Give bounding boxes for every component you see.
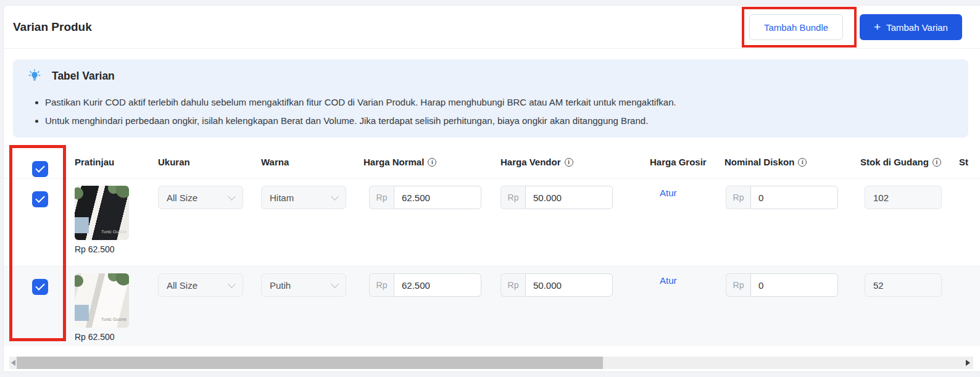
tambah-varian-button[interactable]: + Tambah Varian (860, 14, 962, 40)
ukuran-value: All Size (167, 193, 197, 203)
horizontal-scrollbar[interactable] (9, 357, 973, 369)
column-header-ukuran: Ukuran (158, 146, 190, 178)
tambah-varian-label: Tambah Varian (886, 22, 948, 33)
info-panel-title: Tabel Varian (52, 70, 115, 83)
info-panel: Tabel Varian Pastikan Kurir COD aktif te… (13, 59, 968, 138)
row-1-stok-gudang-value: 102 (865, 186, 942, 209)
row-2-nominal-diskon-input[interactable] (750, 273, 838, 297)
row-2-product-image: Tunic Gusine (75, 273, 129, 328)
info-bullet: Pastikan Kurir COD aktif terlebih dahulu… (45, 97, 676, 107)
card-header: Varian Produk Tambah Bundle + Tambah Var… (4, 6, 980, 49)
row-2-harga-vendor-input[interactable] (525, 273, 613, 297)
tambah-bundle-button[interactable]: Tambah Bundle (749, 14, 843, 40)
row-divider (4, 266, 980, 267)
column-header-harga-normal: Harga Normal i (363, 146, 436, 178)
row-2-nominal-diskon-group: Rp (726, 273, 838, 297)
image-watermark: Tunic Gusine (101, 317, 127, 321)
row-1-nominal-diskon-group: Rp (726, 186, 838, 209)
currency-prefix: Rp (500, 273, 525, 297)
page-title: Varian Produk (13, 6, 92, 48)
ukuran-value: All Size (167, 280, 197, 291)
row-1-harga-grosir-atur-link[interactable]: Atur (660, 188, 677, 198)
chevron-down-icon (331, 280, 339, 288)
column-header-nominal-diskon: Nominal Diskon i (725, 146, 807, 178)
row-2-harga-normal-group: Rp (369, 273, 481, 297)
column-header-stok-truncated: St (959, 146, 968, 178)
row-1-product-image: Tunic Gusine (75, 186, 129, 240)
scroll-left-arrow-icon[interactable] (11, 360, 15, 366)
tambah-bundle-label: Tambah Bundle (764, 22, 828, 33)
chevron-down-icon (228, 280, 236, 288)
currency-prefix: Rp (726, 186, 750, 209)
row-2-warna-select[interactable]: Putih (261, 273, 346, 297)
column-header-stok-di-gudang: Stok di Gudang i (860, 146, 941, 178)
column-header-pratinjau: Pratinjau (75, 146, 114, 178)
lightbulb-icon (28, 69, 41, 83)
currency-prefix: Rp (369, 186, 394, 209)
row-2-ukuran-select[interactable]: All Size (158, 273, 243, 297)
plus-icon: + (874, 21, 881, 33)
row-1-checkbox[interactable] (32, 191, 48, 207)
chevron-down-icon (228, 193, 236, 201)
row-1-warna-select[interactable]: Hitam (261, 186, 346, 209)
row-1-harga-vendor-input[interactable] (525, 186, 613, 209)
varian-produk-card: Varian Produk Tambah Bundle + Tambah Var… (3, 5, 980, 372)
info-icon[interactable]: i (428, 158, 436, 167)
currency-prefix: Rp (369, 273, 394, 297)
row-2-checkbox[interactable] (32, 279, 48, 295)
select-all-checkbox[interactable] (32, 161, 48, 177)
info-icon[interactable]: i (798, 158, 807, 167)
column-header-harga-vendor: Harga Vendor i (500, 146, 573, 178)
row-2-stok-gudang-value: 52 (865, 273, 942, 297)
row-1-preview-price: Rp 62.500 (75, 244, 115, 254)
row-2-harga-normal-input[interactable] (394, 273, 481, 297)
row-1-nominal-diskon-input[interactable] (750, 186, 838, 209)
row-2-preview-price: Rp 62.500 (75, 332, 115, 342)
column-header-warna: Warna (261, 146, 289, 178)
header-divider (4, 178, 980, 179)
chevron-down-icon (331, 193, 339, 201)
warna-value: Putih (270, 280, 291, 291)
scroll-right-arrow-icon[interactable] (966, 360, 970, 366)
info-icon[interactable]: i (932, 158, 941, 167)
row-1-ukuran-select[interactable]: All Size (158, 186, 243, 209)
info-bullet: Untuk menghindari perbedaan ongkir, isil… (45, 115, 676, 126)
column-header-harga-grosir: Harga Grosir (650, 146, 707, 178)
image-watermark: Tunic Gusine (101, 230, 127, 234)
info-bullet-list: Pastikan Kurir COD aktif terlebih dahulu… (33, 89, 676, 126)
info-icon[interactable]: i (565, 158, 573, 167)
scrollbar-thumb[interactable] (17, 357, 603, 369)
row-2-harga-vendor-group: Rp (500, 273, 613, 297)
info-panel-title-row: Tabel Varian (28, 69, 115, 83)
warna-value: Hitam (270, 193, 294, 203)
row-1-harga-normal-input[interactable] (394, 186, 481, 209)
row-2-harga-grosir-atur-link[interactable]: Atur (660, 275, 677, 286)
row-1-harga-normal-group: Rp (369, 186, 481, 209)
row-1-harga-vendor-group: Rp (500, 186, 613, 209)
currency-prefix: Rp (500, 186, 525, 209)
currency-prefix: Rp (726, 273, 750, 297)
